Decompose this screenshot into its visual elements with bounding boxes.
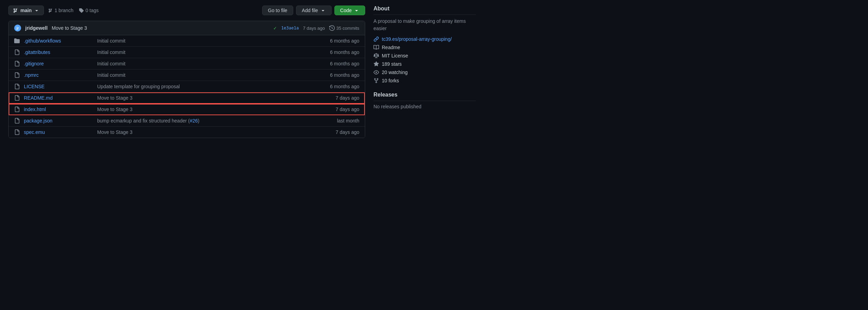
file-name-link[interactable]: .github/workflows	[24, 38, 93, 44]
readme-label: Readme	[382, 45, 400, 50]
about-title: About	[373, 6, 476, 15]
file-name-link[interactable]: package.json	[24, 118, 93, 124]
folder-icon	[14, 38, 20, 44]
stars-count: 189 stars	[382, 61, 402, 67]
file-icon	[14, 129, 20, 135]
releases-title: Releases	[373, 92, 476, 101]
forks-count: 10 forks	[382, 78, 399, 83]
tag-count-link[interactable]: 0 tags	[79, 8, 99, 13]
file-icon	[14, 95, 20, 101]
file-time: 6 months ago	[330, 72, 359, 78]
link-icon	[373, 36, 379, 42]
file-time: 6 months ago	[330, 38, 359, 44]
branch-count-icon	[48, 8, 53, 13]
file-time: 6 months ago	[330, 84, 359, 89]
table-row: .npmrcInitial commit6 months ago	[9, 70, 365, 81]
avatar: jr	[14, 25, 21, 31]
code-button[interactable]: Code	[334, 6, 365, 15]
commit-author[interactable]: jridgewell	[25, 25, 48, 31]
fork-icon	[373, 78, 379, 83]
file-commit-message: Move to Stage 3	[97, 129, 332, 135]
file-commit-message: Initial commit	[97, 61, 326, 66]
commit-check-icon: ✓	[273, 26, 277, 31]
file-commit-message: Move to Stage 3	[97, 107, 332, 112]
branch-selector[interactable]: main	[8, 6, 44, 15]
file-icon	[14, 84, 20, 89]
add-file-button[interactable]: Add file	[296, 6, 332, 15]
table-row: .gitignoreInitial commit6 months ago	[9, 58, 365, 70]
file-commit-message: bump ecmarkup and fix structured header …	[97, 118, 333, 124]
file-name-link[interactable]: .npmrc	[24, 72, 93, 78]
commit-sha-link[interactable]: 1e3ae1a	[281, 26, 299, 30]
add-file-dropdown-icon	[320, 8, 326, 13]
file-name-link[interactable]: index.html	[24, 107, 93, 112]
commits-count: 35 commits	[336, 26, 359, 31]
about-section: About A proposal to make grouping of arr…	[373, 6, 476, 83]
website-label: tc39.es/proposal-array-grouping/	[382, 36, 452, 42]
about-description: A proposal to make grouping of array ite…	[373, 18, 476, 32]
releases-none: No releases published	[373, 104, 476, 109]
file-rows-container: .github/workflowsInitial commit6 months …	[9, 35, 365, 138]
file-icon	[14, 107, 20, 112]
file-time: 6 months ago	[330, 49, 359, 55]
history-icon	[329, 25, 335, 31]
file-name-link[interactable]: LICENSE	[24, 84, 93, 89]
file-table: jr jridgewell Move to Stage 3 ✓ 1e3ae1a …	[8, 21, 365, 138]
table-row: spec.emuMove to Stage 37 days ago	[9, 127, 365, 138]
branch-count-link[interactable]: 1 branch	[48, 8, 73, 13]
stars-stat[interactable]: 189 stars	[373, 61, 476, 67]
license-label: MIT License	[382, 53, 408, 58]
website-link[interactable]: tc39.es/proposal-array-grouping/	[373, 36, 476, 42]
file-time: 7 days ago	[336, 129, 360, 135]
file-time: 6 months ago	[330, 61, 359, 66]
chevron-down-icon	[34, 8, 39, 13]
commit-issue-link[interactable]: #26	[190, 118, 198, 124]
code-dropdown-icon	[354, 8, 359, 13]
file-icon	[14, 49, 20, 55]
table-row: .github/workflowsInitial commit6 months …	[9, 35, 365, 47]
toolbar-actions: Go to file Add file Code	[262, 6, 365, 15]
readme-stat: Readme	[373, 45, 476, 50]
file-time: 7 days ago	[336, 95, 360, 101]
file-commit-message: Move to Stage 3	[97, 95, 332, 101]
go-to-file-label: Go to file	[268, 8, 287, 13]
releases-section: Releases No releases published	[373, 92, 476, 109]
table-row: LICENSEUpdate template for grouping prop…	[9, 81, 365, 92]
commit-row: jr jridgewell Move to Stage 3 ✓ 1e3ae1a …	[9, 21, 365, 35]
sidebar: About A proposal to make grouping of arr…	[373, 6, 476, 138]
file-name-link[interactable]: README.md	[24, 95, 93, 101]
file-icon	[14, 118, 20, 124]
license-stat: MIT License	[373, 53, 476, 58]
watching-stat[interactable]: 20 watching	[373, 70, 476, 75]
file-time: 7 days ago	[336, 107, 360, 112]
file-commit-message: Initial commit	[97, 38, 326, 44]
file-name-link[interactable]: .gitignore	[24, 61, 93, 66]
tag-count-text: 0 tags	[85, 8, 99, 13]
branch-tag-info: 1 branch 0 tags	[48, 8, 99, 13]
branch-count-text: 1 branch	[55, 8, 73, 13]
commit-message: Move to Stage 3	[52, 25, 269, 31]
file-name-link[interactable]: spec.emu	[24, 129, 93, 135]
readme-icon	[373, 45, 379, 50]
file-name-link[interactable]: .gitattributes	[24, 49, 93, 55]
go-to-file-button[interactable]: Go to file	[262, 6, 293, 15]
license-icon	[373, 53, 379, 58]
commit-meta: ✓ 1e3ae1a 7 days ago 35 commits	[273, 25, 359, 31]
commit-time: 7 days ago	[303, 26, 325, 31]
add-file-label: Add file	[302, 8, 318, 13]
main-content: main 1 branch	[8, 6, 365, 138]
file-commit-message: Initial commit	[97, 72, 326, 78]
repo-toolbar: main 1 branch	[8, 6, 365, 15]
file-icon	[14, 61, 20, 66]
file-commit-message: Update template for grouping proposal	[97, 84, 326, 89]
table-row: package.jsonbump ecmarkup and fix struct…	[9, 115, 365, 127]
table-row: .gitattributesInitial commit6 months ago	[9, 47, 365, 58]
table-row: index.htmlMove to Stage 37 days ago	[9, 104, 365, 115]
branch-name: main	[20, 8, 32, 13]
commit-history[interactable]: 35 commits	[329, 25, 359, 31]
tag-icon	[79, 8, 84, 13]
file-time: last month	[337, 118, 359, 124]
forks-stat[interactable]: 10 forks	[373, 78, 476, 83]
star-icon	[373, 61, 379, 67]
table-row: README.mdMove to Stage 37 days ago	[9, 92, 365, 104]
